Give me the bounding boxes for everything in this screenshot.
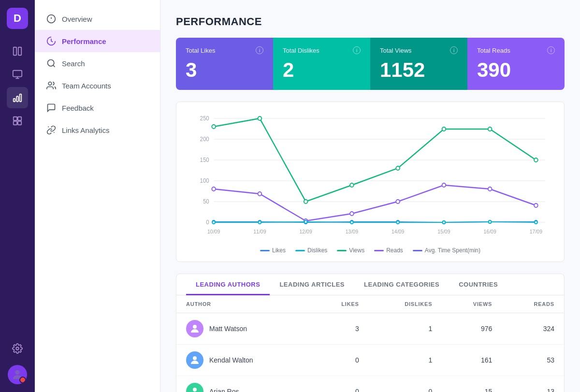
- tab-leading-authors[interactable]: LEADING AUTHORS: [186, 274, 270, 295]
- monitor-nav-icon[interactable]: [7, 64, 28, 85]
- main-content: PERFORMANCE Total Likes i 3 Total Dislik…: [160, 0, 580, 392]
- likes-info-icon[interactable]: i: [256, 46, 263, 54]
- chart-legend: Likes Dislikes Views Reads Avg. Time Spe…: [186, 243, 554, 254]
- reads-info-icon[interactable]: i: [547, 46, 555, 54]
- svg-point-45: [350, 183, 354, 187]
- svg-line-18: [53, 65, 55, 67]
- stat-reads-label: Total Reads: [477, 47, 510, 54]
- icon-sidebar: D: [0, 0, 35, 392]
- author-name-1: Kendal Walton: [209, 356, 253, 364]
- col-likes: LIKES: [311, 295, 369, 313]
- svg-point-51: [258, 192, 262, 196]
- svg-text:11/09: 11/09: [253, 229, 266, 234]
- legend-likes-label: Likes: [272, 247, 286, 254]
- feedback-icon: [46, 103, 56, 113]
- views-info-icon[interactable]: i: [450, 46, 458, 54]
- tab-leading-articles[interactable]: LEADING ARTICLES: [270, 274, 354, 295]
- svg-point-74: [193, 325, 197, 329]
- user-avatar[interactable]: [8, 365, 27, 384]
- stat-card-views: Total Views i 1152: [370, 38, 467, 90]
- chart-container: 250 200 150 100 50 0 10/09 11/09 12/09 1…: [176, 102, 565, 262]
- overview-icon: [46, 14, 56, 24]
- svg-point-55: [442, 183, 446, 187]
- svg-rect-7: [20, 94, 22, 102]
- svg-rect-11: [18, 121, 21, 125]
- svg-point-49: [534, 158, 538, 162]
- author-cell-2: Arjan Ros: [176, 376, 311, 392]
- svg-rect-10: [14, 121, 17, 125]
- author-cell-1: Kendal Walton: [176, 345, 311, 376]
- sidebar-item-team-accounts[interactable]: Team Accounts: [35, 74, 160, 97]
- sidebar-item-links-analytics[interactable]: Links Analytics: [35, 119, 160, 141]
- views-0: 976: [442, 313, 502, 345]
- svg-point-57: [534, 203, 538, 207]
- svg-point-72: [489, 220, 492, 223]
- tab-row: LEADING AUTHORS LEADING ARTICLES LEADING…: [176, 274, 564, 295]
- sidebar-item-overview[interactable]: Overview: [35, 8, 160, 30]
- stat-card-likes: Total Likes i 3: [176, 38, 273, 90]
- col-reads: READS: [502, 295, 564, 313]
- stat-dislikes-value: 2: [283, 60, 361, 80]
- library-nav-icon[interactable]: [7, 41, 28, 62]
- svg-text:50: 50: [203, 198, 209, 204]
- sidebar-item-feedback[interactable]: Feedback: [35, 97, 160, 119]
- sidebar-bottom: [7, 338, 28, 384]
- svg-point-46: [396, 166, 400, 170]
- table-body: Matt Watson 3 1 976 324 Kendal Walton 0 …: [176, 313, 564, 392]
- stats-row: Total Likes i 3 Total Dislikes i 2 Total…: [176, 38, 565, 90]
- sidebar-item-search[interactable]: Search: [35, 52, 160, 74]
- bottom-section: LEADING AUTHORS LEADING ARTICLES LEADING…: [176, 274, 565, 392]
- svg-rect-6: [16, 96, 18, 102]
- svg-point-17: [48, 60, 54, 66]
- svg-text:15/09: 15/09: [437, 229, 450, 234]
- dislikes-info-icon[interactable]: i: [353, 46, 361, 54]
- links-icon: [46, 125, 56, 135]
- nav-sidebar: Overview Performance Search Team Account…: [35, 0, 160, 392]
- svg-point-75: [193, 356, 197, 360]
- analytics-nav-icon[interactable]: [7, 87, 28, 108]
- tab-leading-categories[interactable]: LEADING CATEGORIES: [354, 274, 449, 295]
- views-2: 15: [442, 376, 502, 392]
- legend-avg-time: Avg. Time Spent(min): [413, 247, 480, 254]
- author-avatar-1: [186, 351, 203, 369]
- stat-dislikes-label: Total Dislikes: [283, 47, 319, 54]
- likes-1: 0: [311, 345, 369, 376]
- chart-area: 250 200 150 100 50 0 10/09 11/09 12/09 1…: [186, 114, 554, 239]
- sidebar-item-performance[interactable]: Performance: [35, 30, 160, 52]
- stat-card-dislikes: Total Dislikes i 2: [273, 38, 370, 90]
- svg-text:250: 250: [200, 115, 210, 121]
- svg-point-73: [535, 221, 537, 224]
- col-dislikes: DISLIKES: [369, 295, 442, 313]
- legend-dislikes: Dislikes: [295, 247, 327, 254]
- svg-point-42: [212, 125, 216, 129]
- app-logo[interactable]: D: [7, 8, 28, 29]
- views-1: 161: [442, 345, 502, 376]
- svg-point-54: [396, 200, 400, 203]
- svg-point-76: [193, 388, 197, 392]
- svg-point-70: [396, 221, 399, 224]
- tab-countries[interactable]: COUNTRIES: [449, 274, 508, 295]
- reads-0: 324: [502, 313, 564, 345]
- settings-nav-icon[interactable]: [7, 338, 28, 359]
- search-icon: [46, 58, 56, 68]
- svg-text:16/09: 16/09: [484, 229, 496, 234]
- svg-point-67: [259, 221, 261, 224]
- stat-views-value: 1152: [380, 60, 458, 80]
- performance-icon: [46, 36, 56, 46]
- team-icon: [46, 81, 56, 90]
- reads-2: 13: [502, 376, 564, 392]
- legend-dislikes-label: Dislikes: [307, 247, 327, 254]
- legend-views-label: Views: [349, 247, 364, 254]
- likes-2: 0: [311, 376, 369, 392]
- svg-point-50: [212, 187, 216, 191]
- stat-likes-label: Total Likes: [186, 47, 215, 54]
- grid-nav-icon[interactable]: [7, 110, 28, 131]
- table-row: Matt Watson 3 1 976 324: [176, 313, 564, 345]
- table-row: Arjan Ros 0 0 15 13: [176, 376, 564, 392]
- svg-text:200: 200: [200, 136, 210, 142]
- stat-views-label: Total Views: [380, 47, 412, 54]
- page-title: PERFORMANCE: [176, 15, 565, 28]
- col-views: VIEWS: [442, 295, 502, 313]
- reads-1: 53: [502, 345, 564, 376]
- svg-point-43: [258, 116, 262, 120]
